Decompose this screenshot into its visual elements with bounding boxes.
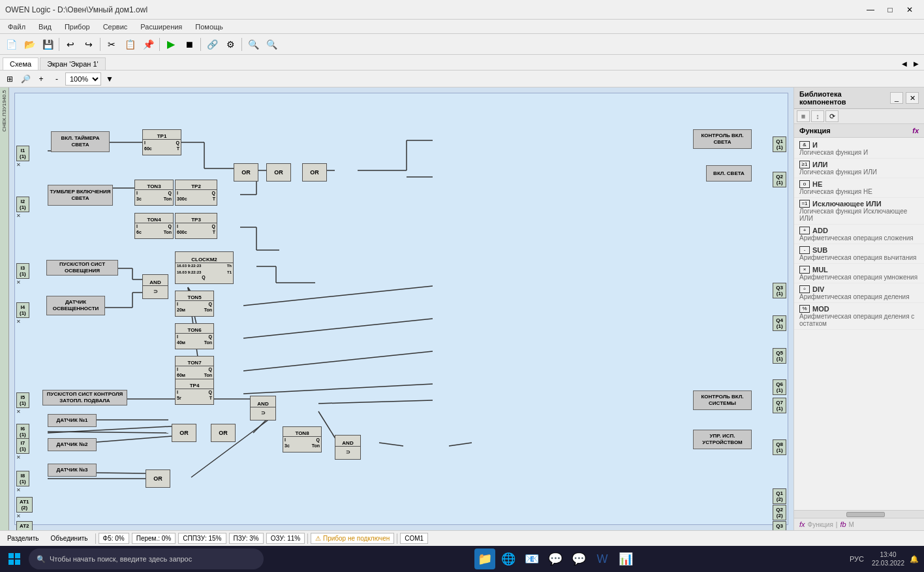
block-pusk-svet[interactable]: ПУСК/СТОП СИСТ ОСВЕЩЕНИЯ [46,260,118,276]
new-button[interactable]: 📄 [3,37,20,52]
grid-button[interactable]: ⊞ [3,72,17,86]
block-ton5[interactable]: TON5 IQ 20мTon [175,291,214,317]
block-or4[interactable]: OR [172,424,196,442]
panel-item-mul[interactable]: × MUL Арифметическая операция умножения [794,264,924,283]
zoom-dropdown-button[interactable]: ▼ [102,72,117,86]
block-tp4[interactable]: TP4 IQ 5гT [175,379,214,405]
save-button[interactable]: 💾 [39,37,56,52]
panel-item-xor-name: Исключающее ИЛИ [812,200,882,208]
zoom-selector[interactable]: 100% 75% 50% 150% [65,72,101,86]
panel-item-mod[interactable]: % MOD Арифметическая операция деления с … [794,303,924,330]
block-datchik-2[interactable]: ДАТЧИК №2 [48,438,97,451]
next-tab-button[interactable]: ▶ [911,58,921,69]
panel-item-div[interactable]: ÷ DIV Арифметическая операция деления [794,283,924,303]
maximize-button[interactable]: □ [881,3,899,16]
block-tumbler[interactable]: ТУМБЛЕР ВКЛЮЧЕНИЯСВЕТА [48,185,113,206]
block-or2[interactable]: OR [266,163,291,182]
open-button[interactable]: 📂 [21,37,38,52]
block-datchik-3[interactable]: ДАТЧИК №3 [48,464,97,477]
taskbar-word[interactable]: W [592,548,613,569]
minimize-button[interactable]: — [861,3,880,16]
block-kontrol-sys[interactable]: КОНТРОЛЬ ВКЛ.СИСТЕМЫ [693,390,752,410]
footer-fx-button[interactable]: fx [799,520,805,528]
panel-close-button[interactable]: ✕ [906,92,919,104]
panel-item-and[interactable]: & И Логическая функция И [794,139,924,159]
panel-item-add[interactable]: + ADD Арифметическая операция сложения [794,225,924,244]
tab-screen[interactable]: Экран 'Экран 1' [40,57,106,70]
block-datchik-osv[interactable]: ДАТЧИКОСВЕЩЕННОСТИ [46,296,105,315]
canvas-area[interactable]: I1 (1) ✕ I2 (1) ✕ I3 (1) ✕ [9,87,793,530]
block-tp3[interactable]: TP3 IQ 600cT [175,213,217,239]
block-and2[interactable]: AND ⊃ [250,396,276,421]
statusbar-split-button[interactable]: Разделить [3,531,43,547]
zoom-fit-button[interactable]: 🔎 [18,72,33,86]
stop-button[interactable]: ⏹ [181,37,198,52]
zoom-in-button[interactable]: 🔍 [245,37,262,52]
close-button[interactable]: ✕ [901,3,919,16]
block-ton3[interactable]: TON3 IQ 3cTon [134,180,174,206]
tab-schema[interactable]: Схема [3,57,38,70]
block-and3[interactable]: AND ⊃ [335,435,361,460]
footer-fb-button[interactable]: fb [840,520,846,528]
cut-button[interactable]: ✂ [103,37,120,52]
zoom-in-small-button[interactable]: + [34,72,48,86]
prev-tab-button[interactable]: ◀ [899,58,910,69]
zoom-out-button[interactable]: 🔍 [263,37,280,52]
block-vkl-tajmera[interactable]: ВКЛ. ТАЙМЕРАСВЕТА [51,131,110,152]
panel-scrollbar-thumb[interactable] [846,512,886,517]
block-vkl-svet[interactable]: ВКЛ. СВЕТА [706,165,752,182]
run-button[interactable]: ▶ [162,37,179,52]
taskbar-teams[interactable]: 💬 [545,548,566,569]
taskbar-mail[interactable]: 📧 [521,548,542,569]
output-pin-q5: Q5 (1) [773,348,786,364]
block-or1[interactable]: OR [234,163,258,182]
taskbar-notification[interactable]: 🔔 [910,555,919,564]
panel-item-or[interactable]: ≥1 ИЛИ Логическая функция ИЛИ [794,159,924,178]
block-or6[interactable]: OR [146,469,170,488]
block-or5[interactable]: OR [211,424,236,442]
start-button[interactable] [3,547,26,571]
panel-toolbar: ≡ ↕ ⟳ [794,109,924,124]
panel-scrollbar[interactable] [794,510,924,518]
output-pin-q3-2: Q3 (2) [773,521,786,530]
block-or3[interactable]: OR [302,163,327,182]
redo-button[interactable]: ↪ [80,37,97,52]
menu-device[interactable]: Прибор [59,22,95,32]
taskbar-excel[interactable]: 📊 [615,548,636,569]
menu-service[interactable]: Сервис [98,22,133,32]
block-ton4[interactable]: TON4 IQ 6cTon [134,213,174,239]
block-pusk-kontrol[interactable]: ПУСК/СТОП СИСТ КОНТРОЛЯ ЗАТОПЛ. ПОДВАЛА [42,390,127,405]
block-kontrol-svet[interactable]: КОНТРОЛЬ ВКЛ.СВЕТА [693,129,752,149]
menu-help[interactable]: Помощь [190,22,228,32]
paste-button[interactable]: 📌 [140,37,157,52]
panel-minimize-button[interactable]: _ [890,92,903,104]
taskbar-skype[interactable]: 💬 [568,548,589,569]
settings-button[interactable]: ⚙ [222,37,239,52]
block-tp1[interactable]: TP1 IQ 60cT [142,129,181,155]
panel-item-sub[interactable]: - SUB Арифметическая операция вычитания [794,244,924,264]
taskbar-search[interactable]: 🔍 Чтобы начать поиск, введите здесь запр… [29,548,264,569]
taskbar-file-explorer[interactable]: 📁 [474,548,495,569]
zoom-out-small-button[interactable]: - [50,72,64,86]
panel-filter-button[interactable]: ⟳ [825,110,839,122]
block-ton8[interactable]: TON8 IQ 3cTon [283,426,322,453]
block-tp2[interactable]: TP2 IQ 300cT [175,180,217,206]
menu-file[interactable]: Файл [3,22,31,32]
undo-button[interactable]: ↩ [62,37,79,52]
block-and1[interactable]: AND ⊃ [142,274,168,299]
copy-button[interactable]: 📋 [121,37,138,52]
block-datchik-1[interactable]: ДАТЧИК №1 [48,414,97,427]
menu-extensions[interactable]: Расширения [135,22,187,32]
panel-item-xor[interactable]: =1 Исключающее ИЛИ Логическая функция Ис… [794,198,924,225]
block-ton7[interactable]: TON7 IQ 60мTon [175,356,214,382]
block-upr-ustr[interactable]: УПР. ИСП.УСТРОЙСТВОМ [693,430,752,449]
block-ton6[interactable]: TON6 IQ 40мTon [175,323,214,349]
panel-sort-button[interactable]: ↕ [811,110,824,122]
statusbar-join-button[interactable]: Объединить [46,531,92,547]
panel-list-button[interactable]: ≡ [797,110,810,122]
taskbar-edge[interactable]: 🌐 [498,548,519,569]
connect-button[interactable]: 🔗 [204,37,221,52]
panel-item-not[interactable]: o НЕ Логическая функция НЕ [794,178,924,198]
block-clockm2[interactable]: CLOCKM2 16.03 9:22:23Th 16.03 9:22:23T1 … [175,251,234,284]
menu-view[interactable]: Вид [33,22,57,32]
